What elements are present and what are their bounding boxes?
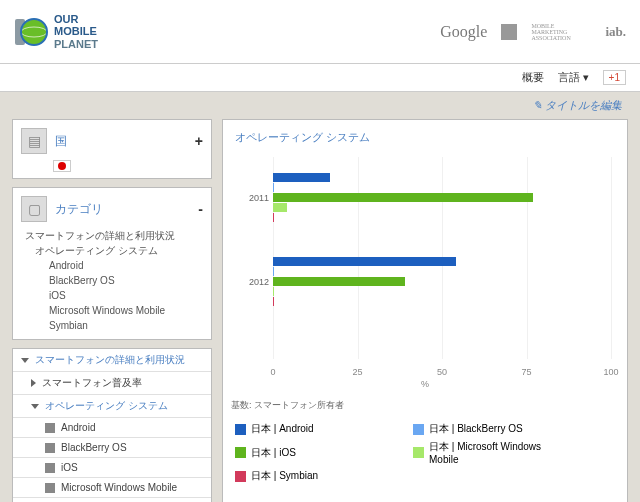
chevron-down-icon — [21, 358, 29, 363]
cat-desc: スマートフォンの詳細と利用状況 — [25, 228, 205, 243]
gplus-button[interactable]: +1 — [603, 70, 626, 85]
sub-header: 概要 言語 ▾ +1 — [0, 64, 640, 92]
cat-item: Symbian — [25, 318, 205, 333]
legend-item: 日本 | iOS — [235, 440, 395, 465]
tree-leaf[interactable]: BlackBerry OS — [13, 438, 211, 458]
top-header: OUR MOBILE PLANET Google MOBILE MARKETIN… — [0, 0, 640, 64]
legend-item: 日本 | Android — [235, 422, 395, 436]
bar — [273, 213, 274, 222]
swatch-icon — [413, 424, 424, 435]
category-tree: スマートフォンの詳細と利用状況 スマートフォン普及率 オペレーティング システム… — [12, 348, 212, 502]
cat-sub: オペレーティング システム — [25, 243, 205, 258]
chart-panel: オペレーティング システム 025507510020112012 % 基数: ス… — [222, 119, 628, 502]
legend-label: 日本 | iOS — [251, 446, 296, 460]
chevron-down-icon — [31, 404, 39, 409]
cat-item: Android — [25, 258, 205, 273]
bar — [273, 297, 274, 306]
legend-label: 日本 | BlackBerry OS — [429, 422, 523, 436]
square-icon — [45, 443, 55, 453]
legend-label: 日本 | Microsoft Windows Mobile — [429, 440, 573, 465]
chart-title: オペレーティング システム — [231, 128, 619, 147]
cat-item: iOS — [25, 288, 205, 303]
x-tick: 50 — [437, 367, 447, 377]
category-icon: ▢ — [21, 196, 47, 222]
sponsor-iab: iab. — [605, 24, 626, 40]
square-icon — [45, 483, 55, 493]
bar — [273, 287, 274, 296]
legend-item: 日本 | Symbian — [235, 469, 395, 483]
sponsor-google: Google — [440, 23, 487, 41]
country-label: 国 — [55, 133, 67, 150]
tree-leaf[interactable]: Android — [13, 418, 211, 438]
nav-language[interactable]: 言語 ▾ — [558, 70, 589, 85]
flag-icon: ▤ — [21, 128, 47, 154]
y-category: 2012 — [245, 277, 269, 287]
sponsor-mma: MOBILE MARKETING ASSOCIATION — [531, 23, 591, 41]
swatch-icon — [413, 447, 424, 458]
bar — [273, 183, 274, 192]
y-category: 2011 — [245, 193, 269, 203]
cat-item: Microsoft Windows Mobile — [25, 303, 205, 318]
edit-title-link[interactable]: ✎ タイトルを編集 — [0, 92, 640, 115]
tree-leaf[interactable]: Symbian — [13, 498, 211, 502]
tree-leaf[interactable]: Microsoft Windows Mobile — [13, 478, 211, 498]
bar — [273, 257, 456, 266]
logo: OUR MOBILE PLANET — [14, 13, 98, 49]
legend-label: 日本 | Symbian — [251, 469, 318, 483]
category-panel: ▢ カテゴリ - スマートフォンの詳細と利用状況 オペレーティング システム A… — [12, 187, 212, 340]
category-collapse[interactable]: - — [198, 201, 203, 217]
bar — [273, 277, 405, 286]
bar — [273, 193, 533, 202]
country-panel: ▤ 国 + — [12, 119, 212, 179]
logo-text: OUR MOBILE PLANET — [54, 13, 98, 49]
swatch-icon — [235, 424, 246, 435]
sponsors: Google MOBILE MARKETING ASSOCIATION iab. — [440, 23, 626, 41]
bar — [273, 203, 287, 212]
sidebar: ▤ 国 + ▢ カテゴリ - スマートフォンの詳細と利用状況 オペレーティング … — [12, 119, 212, 502]
legend-label: 日本 | Android — [251, 422, 314, 436]
square-icon — [501, 24, 517, 40]
bar — [273, 267, 274, 276]
country-expand[interactable]: + — [195, 133, 203, 149]
legend-item: 日本 | BlackBerry OS — [413, 422, 573, 436]
category-body: スマートフォンの詳細と利用状況 オペレーティング システム Android Bl… — [19, 228, 205, 333]
legend-item: 日本 | Microsoft Windows Mobile — [413, 440, 573, 465]
cat-item: BlackBerry OS — [25, 273, 205, 288]
x-tick: 75 — [521, 367, 531, 377]
tree-node[interactable]: オペレーティング システム — [13, 395, 211, 418]
bar — [273, 173, 330, 182]
tree-node[interactable]: スマートフォンの詳細と利用状況 — [13, 349, 211, 372]
x-axis-label: % — [231, 379, 619, 389]
square-icon — [45, 423, 55, 433]
x-tick: 25 — [352, 367, 362, 377]
main: ▤ 国 + ▢ カテゴリ - スマートフォンの詳細と利用状況 オペレーティング … — [0, 115, 640, 502]
chart-footnote: 基数: スマートフォン所有者 — [231, 399, 619, 412]
tree-leaf[interactable]: iOS — [13, 458, 211, 478]
japan-flag-icon — [53, 160, 71, 172]
swatch-icon — [235, 447, 246, 458]
chevron-right-icon — [31, 379, 36, 387]
square-icon — [45, 463, 55, 473]
swatch-icon — [235, 471, 246, 482]
category-label: カテゴリ — [55, 201, 103, 218]
x-tick: 100 — [603, 367, 618, 377]
legend: 日本 | Android日本 | BlackBerry OS日本 | iOS日本… — [231, 418, 619, 487]
bar-chart: 025507510020112012 — [273, 157, 611, 377]
tree-node[interactable]: スマートフォン普及率 — [13, 372, 211, 395]
x-tick: 0 — [270, 367, 275, 377]
nav-overview[interactable]: 概要 — [522, 70, 544, 85]
globe-icon — [14, 15, 48, 49]
